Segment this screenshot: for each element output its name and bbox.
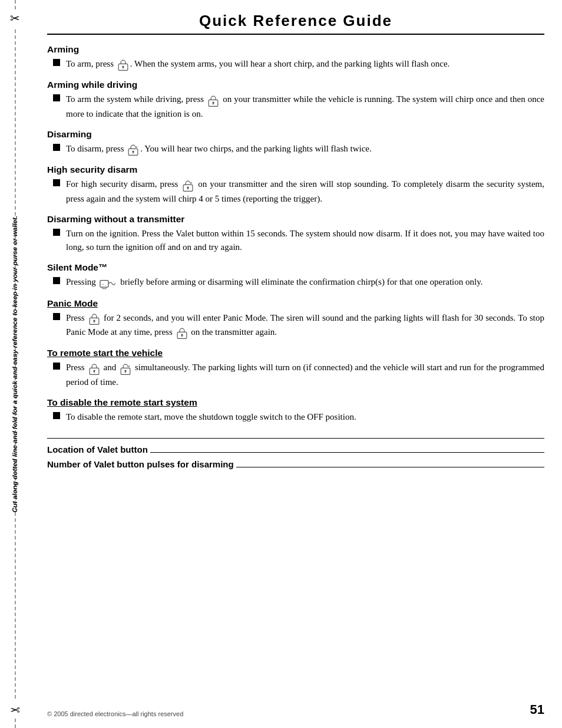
bullet-square [53, 94, 60, 101]
bullet-text: To arm the system while driving, press o… [66, 93, 544, 121]
bullet-item: To disable the remote start, move the sh… [53, 410, 544, 424]
bullet-text: To arm, press . When the system arms, yo… [66, 57, 544, 71]
bullet-square [53, 144, 60, 151]
footer: © 2005 directed electronics—all rights r… [47, 702, 544, 717]
bullet-square [53, 277, 60, 284]
section-disable-remote-start: To disable the remote start systemTo dis… [47, 397, 544, 424]
section-title-disarming: Disarming [47, 129, 544, 140]
section-high-security-disarm: High security disarmFor high security di… [47, 164, 544, 206]
footer-copyright: © 2005 directed electronics—all rights r… [47, 710, 183, 717]
svg-rect-25 [125, 371, 126, 373]
section-title-arming: Arming [47, 44, 544, 55]
lock-icon [88, 312, 100, 326]
fill-line-dash [236, 467, 544, 467]
fill-line: Location of Valet button [47, 444, 544, 454]
bullet-square [53, 59, 60, 66]
bullet-item: Press for 2 seconds, and you will enter … [53, 311, 544, 340]
scissors-top-icon: ✂ [10, 9, 20, 27]
section-disarming-without-transmitter: Disarming without a transmitterTurn on t… [47, 214, 544, 255]
bullet-text: Pressing ~ briefly before arming or disa… [66, 275, 544, 289]
section-silent-mode: Silent Mode™Pressing ~ briefly before ar… [47, 262, 544, 289]
page-title: Quick Reference Guide [47, 12, 544, 35]
bottom-lines-container: Location of Valet buttonNumber of Valet … [47, 444, 544, 469]
bullet-text: To disarm, press . You will hear two chi… [66, 142, 544, 156]
bullet-item: To arm the system while driving, press o… [53, 93, 544, 121]
bullet-square [53, 229, 60, 236]
section-remote-start: To remote start the vehiclePress and sim… [47, 348, 544, 389]
svg-rect-5 [213, 103, 214, 104]
section-arming-while-driving: Arming while drivingTo arm the system wh… [47, 80, 544, 121]
svg-rect-11 [188, 188, 189, 189]
bullet-item: Turn on the ignition. Press the Valet bu… [53, 227, 544, 255]
svg-rect-22 [94, 371, 95, 373]
svg-text:~: ~ [101, 281, 104, 286]
svg-rect-19 [181, 335, 183, 337]
bottom-section: Location of Valet buttonNumber of Valet … [47, 438, 544, 469]
section-title-panic-mode: Panic Mode [47, 298, 544, 309]
footer-page-number: 51 [530, 702, 544, 717]
bullet-square [53, 412, 60, 419]
sections-container: ArmingTo arm, press . When the system ar… [47, 44, 544, 424]
bullet-item: For high security disarm, press on your … [53, 177, 544, 206]
unlock-icon [127, 143, 139, 157]
svg-rect-8 [133, 152, 134, 153]
fill-line-label: Number of Valet button pulses for disarm… [47, 459, 234, 469]
unlock-icon [120, 361, 131, 375]
bullet-text: To disable the remote start, move the sh… [66, 410, 544, 424]
wave-icon: ~ [100, 276, 117, 290]
sidebar-wrapper: ✂ ✂ Cut along dotted line and fold for a… [0, 0, 29, 728]
bullet-square [53, 313, 60, 320]
unlock-icon [182, 178, 194, 192]
bullet-item: Pressing ~ briefly before arming or disa… [53, 275, 544, 289]
bullet-item: To arm, press . When the system arms, yo… [53, 57, 544, 71]
lock-icon [117, 58, 129, 72]
section-title-disable-remote-start: To disable the remote start system [47, 397, 544, 408]
section-disarming: DisarmingTo disarm, press . You will hea… [47, 129, 544, 156]
bullet-text: Press and simultaneously. The parking li… [66, 361, 544, 389]
section-title-disarming-without-transmitter: Disarming without a transmitter [47, 214, 544, 225]
svg-rect-16 [94, 321, 95, 322]
bullet-text: Press for 2 seconds, and you will enter … [66, 311, 544, 340]
main-content: Quick Reference Guide ArmingTo arm, pres… [47, 0, 544, 498]
bullet-item: To disarm, press . You will hear two chi… [53, 142, 544, 156]
scissors-bottom-icon: ✂ [10, 701, 20, 719]
bullet-square [53, 363, 60, 370]
sidebar-text: Cut along dotted line and fold for a qui… [11, 216, 18, 513]
section-arming: ArmingTo arm, press . When the system ar… [47, 44, 544, 71]
bullet-text: Turn on the ignition. Press the Valet bu… [66, 227, 544, 255]
lock-icon [88, 361, 100, 375]
lock-icon [176, 326, 188, 340]
section-title-silent-mode: Silent Mode™ [47, 262, 544, 273]
bullet-square [53, 179, 60, 186]
lock-icon [207, 93, 219, 107]
section-title-high-security-disarm: High security disarm [47, 164, 544, 175]
section-panic-mode: Panic ModePress for 2 seconds, and you w… [47, 298, 544, 340]
fill-line-dash [150, 452, 544, 453]
bullet-text: For high security disarm, press on your … [66, 177, 544, 206]
fill-line-label: Location of Valet button [47, 444, 148, 454]
section-title-remote-start: To remote start the vehicle [47, 348, 544, 358]
fill-line: Number of Valet button pulses for disarm… [47, 459, 544, 469]
bullet-item: Press and simultaneously. The parking li… [53, 361, 544, 389]
svg-rect-2 [123, 67, 124, 68]
section-title-arming-while-driving: Arming while driving [47, 80, 544, 90]
